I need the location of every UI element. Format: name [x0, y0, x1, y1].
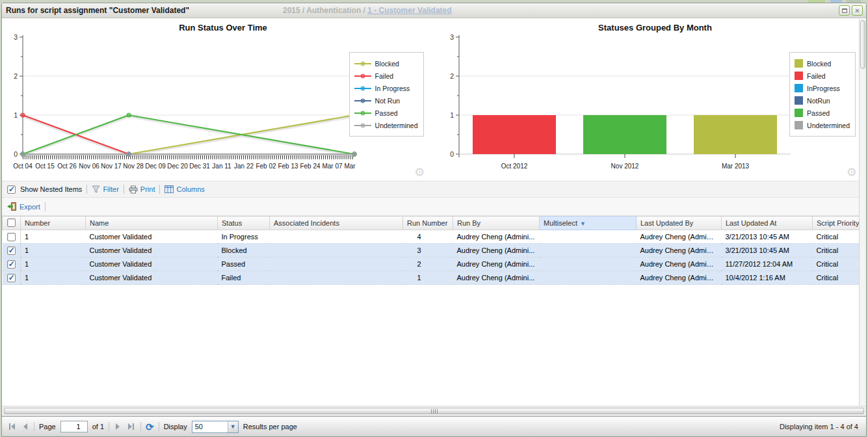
printer-icon [129, 185, 138, 194]
cell-multiselect [540, 230, 637, 244]
export-door-icon [7, 202, 17, 211]
cell-last_updated_at: 3/21/2013 10:45 AM [722, 244, 813, 258]
cell-name: Customer Validated [86, 244, 218, 258]
previous-page-button[interactable] [21, 423, 29, 430]
legend-line-marker [354, 60, 371, 67]
cell-name: Customer Validated [86, 230, 218, 244]
separator [109, 422, 109, 431]
svg-text:1: 1 [450, 111, 454, 119]
column-header-last-updated-at[interactable]: Last Updated At [722, 217, 813, 230]
legend-label: InProgress [807, 85, 840, 92]
svg-text:1: 1 [14, 111, 18, 119]
page-size-select[interactable]: 50 ▼ [192, 421, 239, 433]
svg-text:Dec 20: Dec 20 [167, 163, 188, 170]
vertical-scrollbar[interactable] [859, 19, 866, 406]
column-header-run-number[interactable]: Run Number [403, 217, 453, 230]
bar-chart-legend: BlockedFailedInProgressNotRunPassedUndet… [789, 52, 856, 137]
first-page-button[interactable] [7, 423, 17, 430]
column-header-associated-incidents[interactable]: Associated Incidents [270, 217, 403, 230]
svg-text:Oct 04: Oct 04 [13, 163, 33, 170]
legend-label: Undetermined [375, 122, 418, 129]
column-header-script-priority[interactable]: Script Priority [813, 217, 867, 230]
horizontal-scrollbar[interactable] [2, 406, 866, 416]
page-number-input[interactable] [60, 421, 88, 432]
row-checkbox[interactable] [7, 246, 16, 255]
svg-text:0: 0 [14, 150, 18, 158]
cell-run_number: 2 [403, 258, 453, 271]
legend-swatch [795, 121, 803, 129]
separator [45, 202, 46, 211]
table-row[interactable]: 1Customer ValidatedBlocked3Audrey Cheng … [3, 244, 867, 258]
cell-incidents [270, 230, 403, 244]
table-row[interactable]: 1Customer ValidatedIn Progress4Audrey Ch… [3, 230, 867, 244]
svg-text:Nov 17: Nov 17 [101, 163, 122, 170]
horizontal-scrollbar-thumb[interactable] [4, 408, 864, 414]
cell-multiselect [540, 258, 637, 271]
page-of-label: of 1 [92, 423, 104, 430]
table-row[interactable]: 1Customer ValidatedFailed1Audrey Cheng (… [3, 271, 867, 285]
svg-text:2: 2 [14, 72, 18, 80]
vertical-scrollbar-thumb[interactable] [860, 20, 865, 69]
cell-last_updated_by: Audrey Cheng (Admini... [637, 258, 722, 271]
cell-incidents [270, 271, 403, 285]
line-chart-plot: 0123Oct 04Oct 15Oct 26Nov 06Nov 17Nov 28… [3, 21, 358, 176]
select-all-checkbox[interactable] [3, 217, 21, 230]
export-button[interactable]: Export [7, 202, 40, 211]
legend-item-inprogress: InProgress [795, 82, 850, 94]
legend-line-marker [354, 110, 371, 116]
columns-button[interactable]: Columns [164, 185, 204, 193]
run-status-over-time-chart: Run Status Over Time 0123Oct 04Oct 15Oct… [2, 18, 434, 181]
next-page-button[interactable] [114, 423, 122, 430]
header-checkbox[interactable] [7, 218, 16, 227]
table-row[interactable]: 1Customer ValidatedPassed2Audrey Cheng (… [3, 258, 867, 271]
legend-label: In Progress [375, 85, 410, 92]
legend-swatch [795, 72, 803, 80]
cell-incidents [270, 258, 403, 271]
cell-priority: Critical [813, 271, 867, 285]
svg-text:Oct 26: Oct 26 [57, 163, 77, 170]
svg-text:Mar 2013: Mar 2013 [721, 163, 749, 170]
cell-status: Passed [218, 258, 270, 271]
column-header-run-by[interactable]: Run By [453, 217, 540, 230]
cell-priority: Critical [813, 244, 867, 258]
runs-grid: NumberNameStatusAssociated IncidentsRun … [2, 216, 866, 406]
cell-status: Blocked [218, 244, 270, 258]
paging-status: Displaying item 1 - 4 of 4 [780, 423, 861, 430]
column-header-multiselect[interactable]: Multiselect▼ [540, 217, 637, 230]
dialog-title: Runs for script assignment "Customer Val… [6, 6, 189, 15]
statuses-grouped-by-month-chart: Statuses Grouped By Month 0123Oct 2012No… [434, 18, 867, 181]
legend-label: Blocked [375, 60, 399, 68]
cell-run_by: Audrey Cheng (Admini... [453, 244, 540, 258]
print-button[interactable]: Print [129, 185, 155, 194]
svg-text:Dec 31: Dec 31 [189, 163, 210, 170]
chart-settings-gear-icon[interactable]: ⚙ [414, 165, 425, 179]
table-header-row: NumberNameStatusAssociated IncidentsRun … [3, 217, 867, 230]
cell-number: 1 [21, 244, 86, 258]
column-header-status[interactable]: Status [218, 217, 270, 230]
svg-text:Mar 22: Mar 22 [344, 163, 358, 170]
legend-label: Undetermined [807, 122, 850, 129]
svg-text:Feb 13: Feb 13 [278, 163, 298, 170]
legend-label: Not Run [375, 97, 401, 105]
column-header-name[interactable]: Name [86, 217, 218, 230]
chart-settings-gear-icon[interactable]: ⚙ [847, 165, 857, 179]
last-page-button[interactable] [126, 423, 136, 430]
close-button[interactable]: ✕ [852, 5, 863, 16]
row-checkbox[interactable] [7, 233, 16, 241]
column-header-number[interactable]: Number [21, 217, 86, 230]
refresh-icon[interactable]: ⟳ [146, 422, 154, 432]
svg-text:Nov 2012: Nov 2012 [611, 163, 638, 170]
legend-label: Passed [375, 109, 398, 117]
maximize-button[interactable] [839, 5, 850, 16]
row-checkbox[interactable] [7, 260, 16, 269]
runs-dialog: Runs for script assignment "Customer Val… [1, 3, 867, 437]
legend-label: NotRun [807, 97, 830, 105]
show-nested-items-checkbox[interactable] [7, 185, 16, 194]
charts-row: Run Status Over Time 0123Oct 04Oct 15Oct… [2, 18, 866, 181]
column-header-last-updated-by[interactable]: Last Updated By [637, 217, 722, 230]
legend-item-failed: Failed [354, 70, 418, 82]
filter-button[interactable]: Filter [92, 185, 118, 193]
cell-last_updated_by: Audrey Cheng (Admini... [637, 230, 722, 244]
row-checkbox[interactable] [7, 274, 16, 282]
cell-run_number: 3 [403, 244, 453, 258]
